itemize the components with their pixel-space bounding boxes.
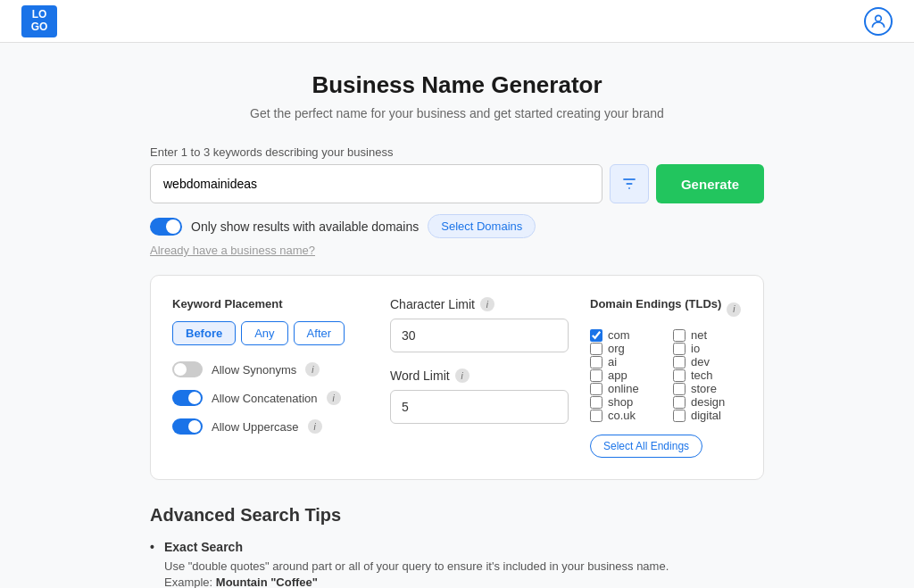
domain-endings-title: Domain Endings (TLDs) [590, 297, 721, 311]
tld-store: store [673, 382, 742, 395]
keyword-placement-buttons: Before Any After [172, 321, 369, 345]
synonyms-toggle[interactable] [172, 361, 203, 377]
tld-net: net [673, 328, 742, 342]
have-name-link[interactable]: Already have a business name? [150, 244, 764, 257]
uppercase-info-icon[interactable]: i [308, 419, 322, 434]
concatenation-label: Allow Concatenation [212, 392, 318, 405]
tip-exact-title: Exact Search [164, 540, 764, 554]
tld-io: io [673, 342, 742, 355]
panel-grid: Keyword Placement Before Any After Allow… [172, 297, 742, 458]
main-content: Business Name Generator Get the perfect … [136, 43, 778, 588]
tld-io-checkbox[interactable] [673, 343, 686, 355]
tld-shop: shop [590, 395, 659, 409]
logo: LOGO [21, 5, 57, 37]
tld-dev: dev [673, 355, 742, 369]
word-limit-label-row: Word Limit i [390, 369, 569, 383]
tld-design-checkbox[interactable] [673, 396, 686, 409]
tld-couk-checkbox[interactable] [590, 410, 602, 422]
uppercase-row: Allow Uppercase i [172, 418, 369, 435]
tip-exact-search: Exact Search Use "double quotes" around … [150, 540, 764, 588]
tld-dev-checkbox[interactable] [673, 356, 686, 369]
tld-grid: com org ai app online [590, 328, 742, 422]
synonyms-row: Allow Synonyms i [172, 361, 369, 377]
keyword-before-button[interactable]: Before [172, 321, 236, 345]
tld-org-checkbox[interactable] [590, 343, 602, 355]
tld-app: app [590, 369, 659, 382]
tld-shop-checkbox[interactable] [590, 396, 602, 409]
tld-ai-checkbox[interactable] [590, 356, 602, 369]
char-limit-info-icon[interactable]: i [480, 297, 494, 311]
char-limit-input[interactable] [390, 319, 569, 352]
tld-net-checkbox[interactable] [673, 329, 686, 342]
tld-design: design [673, 395, 742, 409]
generate-button[interactable]: Generate [656, 164, 764, 203]
tld-digital-checkbox[interactable] [673, 410, 686, 422]
tld-org: org [590, 342, 659, 355]
word-limit-info-icon[interactable]: i [455, 369, 469, 383]
tld-online: online [590, 382, 659, 395]
char-limit-label-row: Character Limit i [390, 297, 569, 311]
tld-tech: tech [673, 369, 742, 382]
keyword-placement-title: Keyword Placement [172, 297, 369, 311]
search-row: Generate [150, 164, 764, 203]
page-subtitle: Get the perfect name for your business a… [150, 106, 764, 120]
uppercase-label: Allow Uppercase [212, 420, 299, 434]
tld-digital: digital [673, 409, 742, 422]
tip-exact-desc: Use "double quotes" around part or all o… [164, 558, 764, 576]
tip-exact-example: Example: Mountain "Coffee" [164, 576, 764, 589]
keyword-any-button[interactable]: Any [241, 321, 287, 345]
available-domains-toggle[interactable] [150, 218, 182, 236]
limits-section: Character Limit i Word Limit i [390, 297, 569, 458]
tld-couk: co.uk [590, 409, 659, 422]
logo-box: LOGO [21, 5, 57, 37]
concatenation-info-icon[interactable]: i [327, 391, 341, 405]
tld-online-checkbox[interactable] [590, 383, 602, 395]
concatenation-toggle[interactable] [172, 390, 203, 406]
tld-right-col: net io dev tech store [673, 328, 742, 422]
select-all-endings-button[interactable]: Select All Endings [590, 435, 702, 458]
tld-store-checkbox[interactable] [673, 383, 686, 395]
tld-left-col: com org ai app online [590, 328, 659, 422]
tld-app-checkbox[interactable] [590, 369, 602, 382]
domains-toggle-row: Only show results with available domains… [150, 214, 764, 238]
uppercase-toggle[interactable] [172, 418, 203, 435]
user-account-icon[interactable] [864, 7, 893, 36]
synonyms-label: Allow Synonyms [212, 363, 296, 377]
tips-title: Advanced Search Tips [150, 505, 764, 526]
word-limit-input[interactable] [390, 390, 569, 424]
domains-toggle-label: Only show results with available domains [191, 219, 419, 234]
domain-endings-title-row: Domain Endings (TLDs) i [590, 297, 742, 321]
page-title: Business Name Generator [150, 71, 764, 99]
char-limit-section: Character Limit i [390, 297, 569, 352]
tld-com-checkbox[interactable] [590, 329, 602, 342]
tld-com: com [590, 328, 659, 342]
word-limit-section: Word Limit i [390, 369, 569, 424]
advanced-panel: Keyword Placement Before Any After Allow… [150, 275, 764, 480]
select-domains-button[interactable]: Select Domains [428, 214, 536, 238]
concatenation-row: Allow Concatenation i [172, 390, 369, 406]
synonyms-info-icon[interactable]: i [305, 362, 320, 377]
tld-tech-checkbox[interactable] [673, 369, 686, 382]
filter-button[interactable] [610, 164, 649, 203]
input-label: Enter 1 to 3 keywords describing your bu… [150, 145, 764, 159]
domain-endings-info-icon[interactable]: i [727, 302, 741, 317]
keyword-placement-section: Keyword Placement Before Any After Allow… [172, 297, 369, 458]
char-limit-label: Character Limit [390, 297, 475, 311]
svg-point-0 [876, 15, 882, 21]
domain-endings-section: Domain Endings (TLDs) i com org ai [590, 297, 742, 458]
keyword-input[interactable] [150, 164, 602, 203]
tld-ai: ai [590, 355, 659, 369]
keyword-after-button[interactable]: After [294, 321, 345, 345]
tips-section: Advanced Search Tips Exact Search Use "d… [150, 505, 764, 588]
word-limit-label: Word Limit [390, 369, 450, 383]
header: LOGO [0, 0, 914, 43]
